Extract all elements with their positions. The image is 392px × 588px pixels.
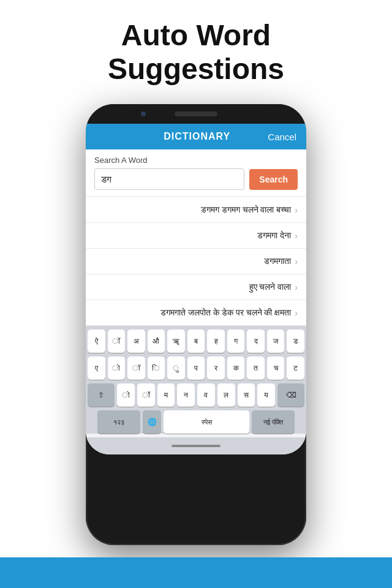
backspace-key[interactable]: ⌫ bbox=[277, 383, 304, 407]
key-e[interactable]: ए bbox=[88, 356, 105, 380]
key-ao[interactable]: ॉ bbox=[108, 330, 126, 353]
list-item[interactable]: हुए चलने वाला › bbox=[86, 274, 306, 300]
key-ma[interactable]: म bbox=[157, 383, 175, 407]
app-bar-title: DICTIONARY bbox=[126, 131, 268, 142]
search-input[interactable] bbox=[94, 168, 244, 190]
phone-top-bar bbox=[86, 104, 306, 124]
numbers-key[interactable]: १२३ bbox=[97, 410, 140, 434]
globe-key[interactable]: 🌐 bbox=[143, 410, 161, 434]
key-ga[interactable]: ग bbox=[227, 330, 245, 353]
phone-frame: DICTIONARY Cancel Search A Word Search ड… bbox=[86, 104, 306, 545]
key-o-matra[interactable]: ो bbox=[108, 356, 126, 380]
key-na[interactable]: न bbox=[177, 383, 195, 407]
key-sa[interactable]: स bbox=[238, 383, 255, 407]
key-dda[interactable]: ड bbox=[287, 330, 304, 353]
chevron-icon: › bbox=[295, 282, 298, 292]
phone-mockup: DICTIONARY Cancel Search A Word Search ड… bbox=[0, 104, 392, 545]
key-ha[interactable]: ह bbox=[207, 330, 225, 353]
chevron-icon: › bbox=[295, 231, 298, 241]
cancel-button[interactable]: Cancel bbox=[268, 132, 296, 142]
chevron-icon: › bbox=[295, 205, 298, 215]
key-ao2[interactable]: ॉ bbox=[127, 356, 145, 380]
key-ri[interactable]: ॠ bbox=[167, 330, 185, 353]
space-key[interactable]: स्पेस bbox=[164, 410, 249, 434]
key-ao3[interactable]: ॉ bbox=[137, 383, 155, 407]
suggestion-text: डगमग डगमग चलने वाला बच्चा bbox=[201, 205, 292, 215]
key-u-matra[interactable]: ु bbox=[167, 356, 185, 380]
key-au[interactable]: औ bbox=[148, 330, 165, 353]
home-indicator bbox=[172, 445, 221, 447]
key-ai[interactable]: ऐ bbox=[88, 330, 105, 353]
key-da[interactable]: द bbox=[247, 330, 265, 353]
search-label: Search A Word bbox=[86, 149, 306, 168]
suggestion-text: डगमगा देना bbox=[257, 230, 291, 241]
key-ra[interactable]: र bbox=[207, 356, 225, 380]
key-va[interactable]: व bbox=[197, 383, 215, 407]
key-la[interactable]: ल bbox=[217, 383, 235, 407]
key-ka[interactable]: क bbox=[227, 356, 245, 380]
key-i-matra[interactable]: ि bbox=[148, 356, 165, 380]
keyboard-row-3: ⇧ ो ॉ म न व ल स य ⌫ bbox=[88, 383, 304, 407]
key-ya[interactable]: य bbox=[257, 383, 275, 407]
search-button[interactable]: Search bbox=[249, 169, 298, 190]
list-item[interactable]: डगमग डगमग चलने वाला बच्चा › bbox=[86, 197, 306, 223]
keyboard-row-bottom: १२३ 🌐 स्पेस नई पंक्ति bbox=[88, 410, 304, 434]
chevron-icon: › bbox=[295, 257, 298, 266]
keyboard: ऐ ॉ अ औ ॠ ब ह ग द ज ड ए ो ॉ ि bbox=[86, 326, 306, 434]
phone-camera bbox=[141, 111, 146, 116]
page-title: Auto Word Suggestions bbox=[24, 18, 368, 86]
key-tta[interactable]: ट bbox=[287, 356, 304, 380]
key-pa[interactable]: प bbox=[187, 356, 205, 380]
title-area: Auto Word Suggestions bbox=[0, 0, 392, 98]
bottom-stripe bbox=[0, 557, 392, 588]
key-o2[interactable]: ो bbox=[117, 383, 135, 407]
key-ta[interactable]: त bbox=[247, 356, 265, 380]
shift-key[interactable]: ⇧ bbox=[88, 383, 115, 407]
key-a[interactable]: अ bbox=[127, 330, 145, 353]
list-item[interactable]: डगमगाता › bbox=[86, 249, 306, 274]
list-item[interactable]: डगमगा देना › bbox=[86, 223, 306, 249]
keyboard-row-1: ऐ ॉ अ औ ॠ ब ह ग द ज ड bbox=[88, 330, 304, 353]
suggestion-text: हुए चलने वाला bbox=[249, 282, 292, 292]
keyboard-row-2: ए ो ॉ ि ु प र क त च ट bbox=[88, 356, 304, 380]
home-indicator-bar bbox=[86, 437, 306, 454]
phone-screen: DICTIONARY Cancel Search A Word Search ड… bbox=[86, 124, 306, 454]
phone-speaker bbox=[175, 111, 217, 116]
list-item[interactable]: डगमगाते जलपोत के डेक पर चलने की क्षमता › bbox=[86, 300, 306, 326]
chevron-icon: › bbox=[295, 308, 298, 318]
key-cha[interactable]: च bbox=[267, 356, 285, 380]
app-bar: DICTIONARY Cancel bbox=[86, 124, 306, 149]
search-row: Search bbox=[86, 168, 306, 196]
suggestions-list: डगमग डगमग चलने वाला बच्चा › डगमगा देना ›… bbox=[86, 197, 306, 326]
suggestion-text: डगमगाता bbox=[264, 256, 291, 266]
newline-key[interactable]: नई पंक्ति bbox=[252, 410, 295, 434]
key-ba[interactable]: ब bbox=[187, 330, 205, 353]
key-ja[interactable]: ज bbox=[267, 330, 285, 353]
suggestion-text: डगमगाते जलपोत के डेक पर चलने की क्षमता bbox=[160, 307, 291, 318]
